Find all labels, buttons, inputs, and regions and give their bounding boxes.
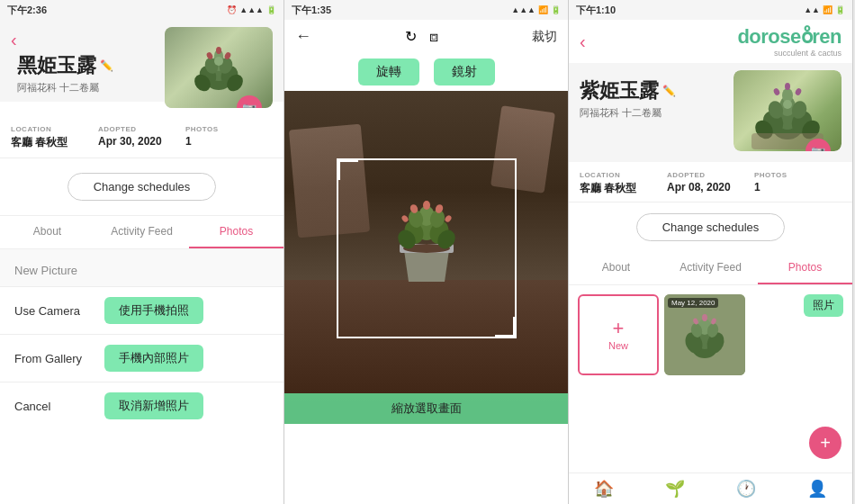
new-picture-sheet: New Picture Use Camera 使用手機拍照 From Galle… [0,248,284,429]
status-icons-2: ▲▲▲ 📶 🔋 [511,5,561,14]
crop-label-2[interactable]: 裁切 [532,29,557,45]
adopted-col-3: ADOPTED Apr 08, 2020 [667,171,754,196]
topbar-3: ‹ doroseo̊ren succulent & cactus [569,20,852,63]
new-photo-btn[interactable]: + New [578,294,659,375]
svg-point-54 [702,314,707,321]
battery-icon-2: 🔋 [551,5,561,14]
status-time-3: 下午1:10 [576,4,616,17]
plant-name-1: 黑姫玉露 [17,52,96,79]
nav-user[interactable]: 👤 [781,479,852,499]
status-time-1: 下午2:36 [7,4,47,17]
schedule-btn-1[interactable]: Change schedules [68,173,217,201]
from-gallery-btn[interactable]: 手機內部照片 [104,345,203,372]
use-camera-label: Use Camera [14,304,104,318]
plant-name-3: 紫姫玉露 [580,77,659,104]
status-icons-3: ▲▲ 📶 🔋 [804,5,845,14]
tab-photos-3[interactable]: Photos [758,252,852,284]
use-camera-row: Use Camera 使用手機拍照 [0,286,284,334]
crop-frame [337,158,517,338]
rotate-btn[interactable]: 旋轉 [358,58,419,86]
phone-3: 下午1:10 ▲▲ 📶 🔋 ‹ doroseo̊ren succulent & … [569,0,853,504]
camera-area-2: 縮放選取畫面 [284,91,568,424]
battery-icon: 🔋 [266,5,276,14]
location-value-1: 客廳 春秋型 [11,135,98,150]
tab-about-1[interactable]: About [0,216,94,248]
cancel-label: Cancel [14,400,104,413]
svg-point-41 [783,100,792,109]
photos-col-1: PHOTOS 1 [185,125,273,150]
nav-home[interactable]: 🏠 [569,479,640,499]
logo-3: doroseo̊ren succulent & cactus [737,25,842,58]
toolbar-2: ← ↻ ⧈ 裁切 [284,20,568,53]
plant-block-3: 紫姫玉露 ✏️ 阿福花科 十二卷屬 [569,63,852,162]
nav-clock[interactable]: 🕐 [711,479,782,499]
adopted-label-1: ADOPTED [98,125,185,133]
svg-point-12 [216,47,221,54]
photos-label-3: PHOTOS [754,171,842,179]
location-value-3: 客廳 春秋型 [580,181,667,196]
svg-point-43 [772,87,780,96]
fab-add-btn[interactable]: + [809,427,842,459]
tab-photos-1[interactable]: Photos [189,216,284,248]
photos-label-1: PHOTOS [185,125,273,133]
wifi-icon-2: 📶 [538,5,548,14]
tabs-3: About Activity Feed Photos [569,252,852,285]
photos-value-3: 1 [754,181,842,194]
logo-text-3: doroseo̊ren [737,25,842,49]
use-camera-btn[interactable]: 使用手機拍照 [104,297,203,324]
status-icons-1: ⏰ ▲▲▲ 🔋 [227,5,276,14]
nav-plant[interactable]: 🌱 [640,479,711,499]
svg-point-25 [423,201,430,210]
battery-icon-3: 🔋 [835,5,845,14]
adopted-label-3: ADOPTED [667,171,754,179]
alarm-icon: ⏰ [227,5,237,14]
schedule-btn-3[interactable]: Change schedules [636,213,786,241]
back-button-1[interactable]: ‹ [11,31,17,49]
from-gallery-row: From Gallery 手機內部照片 [0,334,284,382]
location-col-3: LOCATION 客廳 春秋型 [580,171,667,196]
mirror-btn[interactable]: 鏡射 [434,58,495,86]
plant-svg-3 [734,70,842,151]
status-bar-1: 下午2:36 ⏰ ▲▲▲ 🔋 [0,0,284,20]
svg-point-44 [794,87,802,96]
action-row-2: 旋轉 鏡射 [284,53,568,91]
back-button-3[interactable]: ‹ [580,32,586,52]
signal-icon-3: ▲▲ [804,5,820,14]
plant-header-1: ‹ 黑姫玉露 ✏️ 阿福花科 十二卷屬 [0,20,284,102]
tab-row-1: About Activity Feed Photos [0,215,284,248]
status-bar-2: 下午1:35 ▲▲▲ 📶 🔋 [284,0,568,20]
tab-feed-1[interactable]: Activity Feed [94,216,189,248]
plus-icon: + [613,319,625,338]
photo-date-1: May 12, 2020 [668,298,718,308]
toolbar-icons-2: ↻ ⧈ [405,28,438,45]
phone-1: 下午2:36 ⏰ ▲▲▲ 🔋 ‹ 黑姫玉露 ✏️ 阿福花科 十二卷屬 [0,0,284,504]
signal-icon: ▲▲▲ [239,5,264,14]
photo-thumb-1[interactable]: May 12, 2020 [664,294,745,375]
edit-icon-3[interactable]: ✏️ [662,85,676,97]
plant-svg-1 [183,36,255,99]
svg-point-28 [400,214,410,223]
split-icon-2[interactable]: ⧈ [429,29,438,45]
svg-point-11 [214,57,223,66]
adopted-value-1: Apr 30, 2020 [98,135,185,148]
cancel-btn[interactable]: 取消新增照片 [104,392,203,419]
tab-feed-3[interactable]: Activity Feed [663,252,758,284]
svg-point-42 [785,83,790,90]
svg-point-29 [444,214,453,223]
adopted-value-3: Apr 08, 2020 [667,181,754,194]
from-gallery-label: From Gallery [14,352,104,365]
signal-icon-2: ▲▲▲ [511,5,536,14]
plant-image-3: 📷 [734,70,842,151]
status-bar-3: 下午1:10 ▲▲ 📶 🔋 [569,0,852,20]
info-row-3: LOCATION 客廳 春秋型 ADOPTED Apr 08, 2020 PHO… [569,162,852,202]
wifi-icon-3: 📶 [823,5,832,14]
status-time-2: 下午1:35 [292,4,331,17]
adopted-col-1: ADOPTED Apr 30, 2020 [98,125,185,150]
schedule-row-3: Change schedules [569,202,852,252]
refresh-icon-2[interactable]: ↻ [405,28,417,45]
back-button-2[interactable]: ← [295,27,311,46]
tab-about-3[interactable]: About [569,252,663,284]
edit-icon-1[interactable]: ✏️ [100,59,113,72]
schedule-btn-row-1: Change schedules [0,158,284,215]
plant-info-row-1: LOCATION 客廳 春秋型 ADOPTED Apr 30, 2020 PHO… [0,112,284,158]
